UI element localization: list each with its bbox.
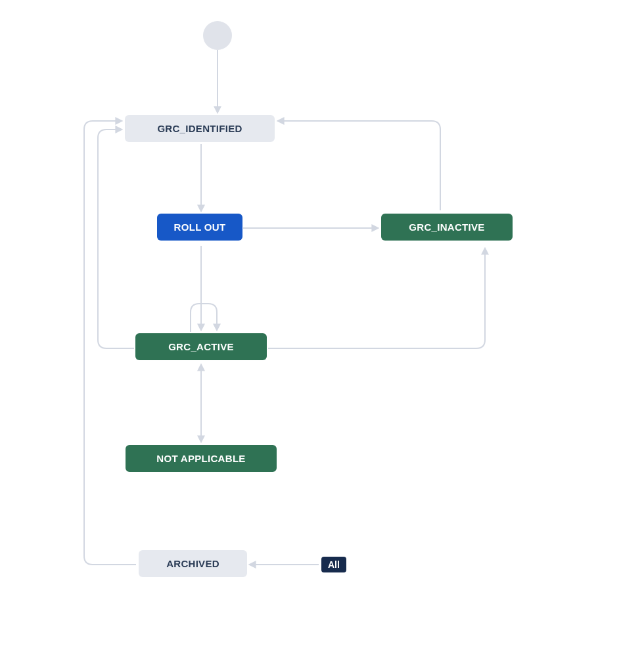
node-grc-identified[interactable]: GRC_IDENTIFIED xyxy=(125,115,275,142)
pill-label: All xyxy=(328,559,340,570)
node-grc-inactive[interactable]: GRC_INACTIVE xyxy=(381,214,513,241)
node-label: NOT APPLICABLE xyxy=(156,453,245,464)
start-node xyxy=(203,21,232,50)
workflow-diagram: GRC_IDENTIFIED ROLL OUT GRC_INACTIVE GRC… xyxy=(0,0,644,652)
node-all[interactable]: All xyxy=(321,557,346,572)
node-label: GRC_INACTIVE xyxy=(409,221,484,233)
node-grc-active[interactable]: GRC_ACTIVE xyxy=(135,333,267,360)
node-archived[interactable]: ARCHIVED xyxy=(139,550,247,577)
node-label: ROLL OUT xyxy=(174,221,226,233)
edges-layer xyxy=(0,0,644,652)
node-roll-out[interactable]: ROLL OUT xyxy=(157,214,242,241)
node-not-applicable[interactable]: NOT APPLICABLE xyxy=(126,445,277,472)
node-label: GRC_IDENTIFIED xyxy=(157,123,242,134)
node-label: GRC_ACTIVE xyxy=(168,341,234,352)
node-label: ARCHIVED xyxy=(166,558,219,569)
